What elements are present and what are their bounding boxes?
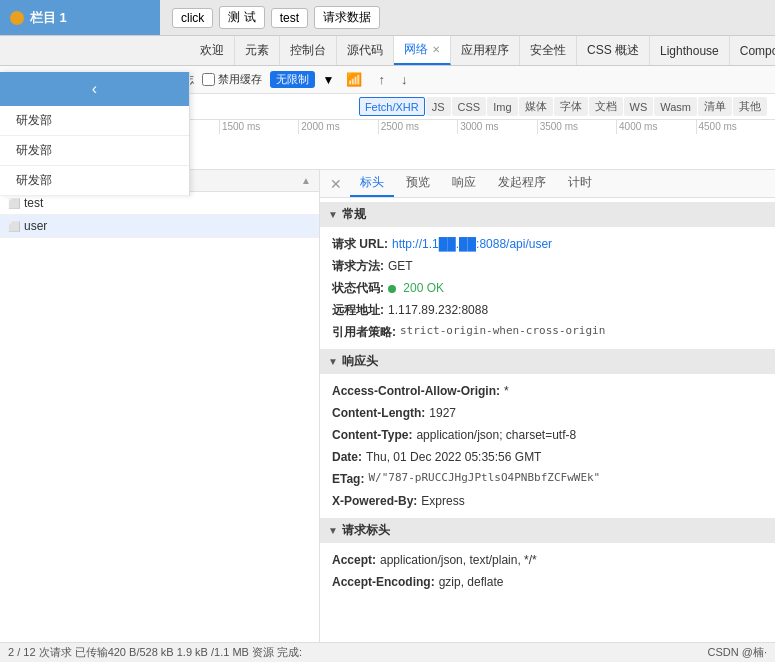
filter-img[interactable]: Img <box>487 97 517 116</box>
browser-tab[interactable]: 栏目 1 <box>0 0 160 35</box>
tab-sources[interactable]: 源代码 <box>337 36 394 65</box>
disable-cache-input[interactable] <box>202 73 215 86</box>
general-key-referrer: 引用者策略: <box>332 323 396 341</box>
response-headers-section-header[interactable]: ▼ 响应头 <box>320 349 775 374</box>
sidebar-item-0[interactable]: 研发部 <box>0 106 189 136</box>
general-row-remote: 远程地址: 1.117.89.232:8088 <box>332 299 763 321</box>
request-row-user[interactable]: ⬜ user <box>0 215 319 238</box>
filter-other[interactable]: 其他 <box>733 97 767 116</box>
req-sort-arrow[interactable]: ▲ <box>301 175 311 186</box>
status-bar: 2 / 12 次请求 已传输420 B/528 kB 1.9 kB /1.1 M… <box>0 642 775 662</box>
tab-css-overview[interactable]: CSS 概述 <box>577 36 650 65</box>
filter-type-buttons: Fetch/XHR JS CSS Img 媒体 字体 文档 WS Wasm 清单… <box>359 97 767 116</box>
tick-4500: 4500 ms <box>696 120 775 134</box>
req-hdr-row-1: Accept-Encoding: gzip, deflate <box>332 571 763 593</box>
nav-btn-test-cn[interactable]: 测 试 <box>219 6 264 29</box>
nav-btn-click[interactable]: click <box>172 8 213 28</box>
resp-row-4: ETag: W/"787-pRUCCJHgJPtlsO4PNBbfZCFwWEk… <box>332 468 763 490</box>
tick-2000: 2000 ms <box>298 120 377 134</box>
resp-val-5: Express <box>421 492 464 510</box>
devtools-panel: ‹ 研发部 研发部 研发部 欢迎 元素 控制台 源代码 网络 ✕ 应用程序 安全… <box>0 36 775 662</box>
response-headers-arrow: ▼ <box>328 356 338 367</box>
filter-wasm[interactable]: Wasm <box>654 97 697 116</box>
tick-3000: 3000 ms <box>457 120 536 134</box>
request-name-test: test <box>24 196 311 210</box>
resp-row-0: Access-Control-Allow-Origin: * <box>332 380 763 402</box>
general-val-referrer: strict-origin-when-cross-origin <box>400 323 605 341</box>
general-key-remote: 远程地址: <box>332 301 384 319</box>
status-bar-left: 2 / 12 次请求 已传输420 B/528 kB 1.9 kB /1.1 M… <box>8 645 302 660</box>
upload-button[interactable]: ↑ <box>374 70 389 89</box>
general-section-header[interactable]: ▼ 常规 <box>320 202 775 227</box>
status-bar-right: CSDN @楠· <box>708 645 767 660</box>
general-row-referrer: 引用者策略: strict-origin-when-cross-origin <box>332 321 763 343</box>
nav-btn-test[interactable]: test <box>271 8 308 28</box>
headers-content: ▼ 常规 请求 URL: http://1.1██.██:8088/api/us… <box>320 198 775 642</box>
sidebar-item-1[interactable]: 研发部 <box>0 136 189 166</box>
general-val-method: GET <box>388 257 413 275</box>
detail-panel: ✕ 标头 预览 响应 发起程序 计时 ▼ 常规 请求 URL: http://1… <box>320 170 775 642</box>
nav-btn-request-data[interactable]: 请求数据 <box>314 6 380 29</box>
resp-val-4: W/"787-pRUCCJHgJPtlsO4PNBbfZCFwWEk" <box>368 470 600 488</box>
resp-key-3: Date: <box>332 448 362 466</box>
tab-favicon <box>10 11 24 25</box>
devtools-tab-bar: 欢迎 元素 控制台 源代码 网络 ✕ 应用程序 安全性 CSS 概述 Light… <box>0 36 775 66</box>
resp-val-3: Thu, 01 Dec 2022 05:35:56 GMT <box>366 448 541 466</box>
filter-doc[interactable]: 文档 <box>589 97 623 116</box>
response-headers-body: Access-Control-Allow-Origin: * Content-L… <box>320 374 775 518</box>
resp-val-0: * <box>504 382 509 400</box>
sidebar-back-button[interactable]: ‹ <box>92 80 97 98</box>
tab-network-close[interactable]: ✕ <box>432 44 440 55</box>
filter-media[interactable]: 媒体 <box>519 97 553 116</box>
filter-js[interactable]: JS <box>426 97 451 116</box>
resp-key-1: Content-Length: <box>332 404 425 422</box>
response-headers-title: 响应头 <box>342 353 378 370</box>
general-row-method: 请求方法: GET <box>332 255 763 277</box>
download-button[interactable]: ↓ <box>397 70 412 89</box>
tab-elements[interactable]: 元素 <box>235 36 280 65</box>
filter-fetch-xhr[interactable]: Fetch/XHR <box>359 97 425 116</box>
general-val-status-code: 200 OK <box>403 281 444 295</box>
nav-buttons: click 测 试 test 请求数据 <box>160 0 775 35</box>
disable-cache-label: 禁用缓存 <box>218 72 262 87</box>
detail-tab-preview[interactable]: 预览 <box>396 170 440 197</box>
status-dot <box>388 285 396 293</box>
tab-application[interactable]: 应用程序 <box>451 36 520 65</box>
general-row-url: 请求 URL: http://1.1██.██:8088/api/user <box>332 233 763 255</box>
detail-tab-timing[interactable]: 计时 <box>558 170 602 197</box>
throttle-badge[interactable]: 无限制 <box>270 71 315 88</box>
resp-key-0: Access-Control-Allow-Origin: <box>332 382 500 400</box>
tab-component[interactable]: Component <box>730 36 775 65</box>
request-list: 名称 ▲ ⬜ test ⬜ user <box>0 170 320 642</box>
resp-key-4: ETag: <box>332 470 364 488</box>
filter-manifest[interactable]: 清单 <box>698 97 732 116</box>
sidebar-header: ‹ <box>0 72 189 106</box>
request-rows: ⬜ test ⬜ user <box>0 192 319 642</box>
detail-close-button[interactable]: ✕ <box>324 176 348 192</box>
throttle-dropdown-arrow[interactable]: ▼ <box>323 73 335 87</box>
sidebar-item-2[interactable]: 研发部 <box>0 166 189 196</box>
request-headers-section-header[interactable]: ▼ 请求标头 <box>320 518 775 543</box>
tab-welcome[interactable]: 欢迎 <box>190 36 235 65</box>
tab-security[interactable]: 安全性 <box>520 36 577 65</box>
request-headers-arrow: ▼ <box>328 525 338 536</box>
filter-ws[interactable]: WS <box>624 97 654 116</box>
general-title: 常规 <box>342 206 366 223</box>
detail-tab-response[interactable]: 响应 <box>442 170 486 197</box>
general-arrow: ▼ <box>328 209 338 220</box>
filter-css[interactable]: CSS <box>452 97 487 116</box>
tab-network[interactable]: 网络 ✕ <box>394 36 451 65</box>
resp-val-1: 1927 <box>429 404 456 422</box>
request-headers-body: Accept: application/json, text/plain, */… <box>320 543 775 599</box>
detail-tab-initiator[interactable]: 发起程序 <box>488 170 556 197</box>
resp-key-2: Content-Type: <box>332 426 412 444</box>
wifi-button[interactable]: 📶 <box>342 70 366 89</box>
tab-lighthouse[interactable]: Lighthouse <box>650 36 730 65</box>
detail-tab-headers[interactable]: 标头 <box>350 170 394 197</box>
main-split: 名称 ▲ ⬜ test ⬜ user ✕ 标头 预览 响应 发起 <box>0 170 775 642</box>
general-val-remote: 1.117.89.232:8088 <box>388 301 488 319</box>
req-hdr-val-1: gzip, deflate <box>439 573 504 591</box>
disable-cache-checkbox[interactable]: 禁用缓存 <box>202 72 262 87</box>
tab-console[interactable]: 控制台 <box>280 36 337 65</box>
filter-font[interactable]: 字体 <box>554 97 588 116</box>
